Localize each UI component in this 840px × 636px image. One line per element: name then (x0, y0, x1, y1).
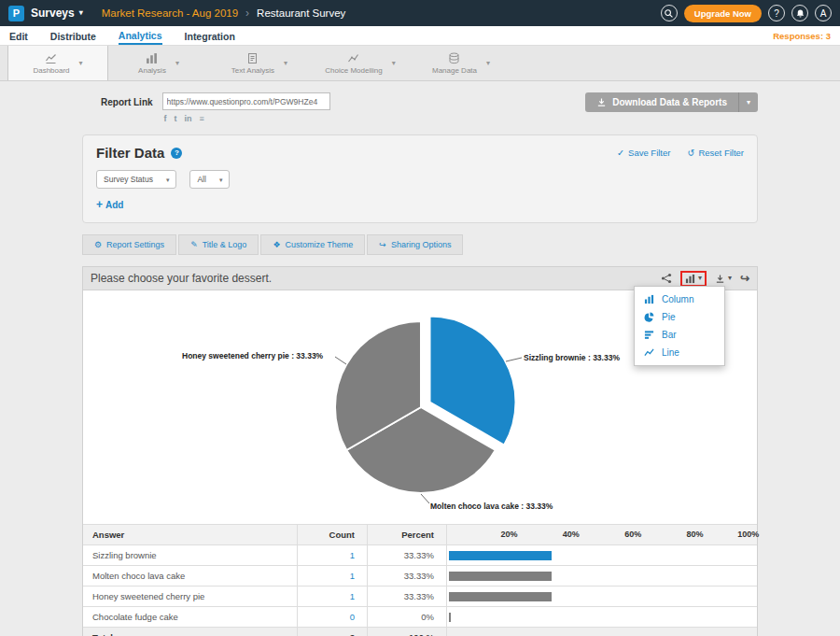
check-icon: ✓ (617, 148, 624, 158)
toolbar-item-choice-modelling[interactable]: Choice Modelling ▾ (310, 46, 411, 80)
tab-report-settings[interactable]: ⚙ Report Settings (82, 234, 176, 255)
total-percent: 100 % (368, 628, 447, 636)
question-chart-panel: Please choose your favorite dessert. ▾ ▾… (82, 266, 758, 636)
menu-item-label: Column (662, 294, 693, 304)
notifications-button[interactable] (791, 5, 808, 21)
chart-download-button[interactable]: ▾ (715, 274, 732, 284)
menu-item-label: Pie (662, 312, 675, 322)
percent-bar (449, 592, 552, 601)
main-nav: Edit Distribute Analytics Integration Re… (0, 26, 840, 46)
reset-icon: ↺ (687, 148, 694, 158)
breadcrumb-folder[interactable]: Market Research - Aug 2019 (102, 7, 238, 19)
chevron-down-icon[interactable]: ▾ (79, 60, 83, 67)
toolbar-item-manage-data[interactable]: Manage Data ▾ (411, 46, 511, 80)
breadcrumb-current-survey: Restaurant Survey (257, 7, 345, 19)
chevron-down-icon[interactable]: ▾ (486, 60, 490, 67)
reset-filter-label: Reset Filter (698, 148, 744, 158)
chevron-down-icon: ▾ (747, 99, 750, 106)
help-icon[interactable]: ? (171, 148, 182, 159)
page: { "colors": { "accent_blue": "#1b87c9", … (0, 0, 840, 636)
percent-cell: 0% (368, 607, 447, 627)
share-icon: ↪ (379, 240, 386, 249)
column-header-percent: Percent (368, 525, 447, 544)
download-icon (596, 97, 607, 107)
report-link-row: Report Link f t in ≡ Download Data & Rep… (82, 92, 758, 123)
tab-title-logo[interactable]: ✎ Title & Logo (178, 234, 259, 255)
linkedin-icon[interactable]: in (185, 114, 192, 123)
avatar[interactable]: A (815, 5, 832, 21)
toolbar-label: Text Analysis (231, 66, 274, 75)
status-value-select[interactable]: All ▾ (189, 170, 230, 189)
upgrade-now-button[interactable]: Upgrade Now (684, 5, 762, 22)
surveys-menu[interactable]: Surveys ▾ (31, 7, 83, 20)
chart-type-button[interactable]: ▾ (685, 274, 702, 284)
filter-title: Filter Data (96, 145, 164, 161)
add-filter-button[interactable]: + Add (96, 198, 123, 211)
toolbar-item-text-analysis[interactable]: Text Analysis ▾ (209, 46, 310, 80)
pencil-icon: ✎ (190, 240, 198, 249)
nav-item-distribute[interactable]: Distribute (50, 27, 96, 44)
percent-bar (449, 551, 552, 560)
annotation-highlight-box: ▾ (680, 271, 707, 287)
text-analysis-icon (246, 52, 259, 64)
toolbar-label: Manage Data (432, 66, 477, 75)
questionpro-logo[interactable]: P (8, 6, 24, 21)
tab-sharing-options[interactable]: ↪ Sharing Options (367, 234, 463, 255)
analytics-toolbar: Dashboard ▾ Analysis ▾ Text Analysis ▾ C… (0, 46, 840, 81)
list-icon[interactable]: ≡ (200, 114, 204, 123)
toolbar-label: Analysis (138, 66, 166, 75)
chevron-down-icon[interactable]: ▾ (284, 60, 287, 67)
chart-type-menu: Column Pie Bar Line (634, 286, 725, 366)
percent-bar (449, 613, 451, 622)
filter-data-panel: Filter Data ? ✓ Save Filter ↺ Reset Filt… (82, 134, 758, 223)
theme-icon: ❖ (273, 240, 280, 249)
menu-item-line[interactable]: Line (635, 344, 724, 361)
chevron-down-icon: ▾ (166, 177, 170, 183)
table-header-row: Answer Count Percent 20% 40% 60% 80% 100… (83, 525, 757, 545)
scale-tick: 60% (624, 530, 641, 539)
tab-customize-theme[interactable]: ❖ Customize Theme (260, 234, 365, 255)
count-cell[interactable]: 1 (298, 587, 368, 606)
help-button[interactable]: ? (768, 5, 785, 21)
top-bar: P Surveys ▾ Market Research - Aug 2019 ›… (0, 0, 840, 26)
total-count: 3 (298, 628, 368, 636)
percent-bar (449, 572, 552, 581)
facebook-icon[interactable]: f (164, 114, 167, 123)
line-chart-icon (644, 347, 654, 358)
nav-item-edit[interactable]: Edit (9, 27, 28, 44)
chart-share-button[interactable]: ↪ (740, 272, 749, 285)
count-cell[interactable]: 1 (298, 566, 368, 586)
report-link-input[interactable] (162, 92, 330, 110)
menu-item-pie[interactable]: Pie (635, 308, 724, 326)
twitter-icon[interactable]: t (175, 114, 177, 123)
percent-cell: 33.33% (368, 545, 447, 565)
search-icon (664, 8, 674, 19)
chevron-down-icon[interactable]: ▾ (392, 60, 396, 67)
count-cell[interactable]: 0 (298, 607, 368, 627)
nav-item-analytics[interactable]: Analytics (119, 26, 162, 45)
nav-item-integration[interactable]: Integration (185, 27, 235, 44)
toolbar-item-dashboard[interactable]: Dashboard ▾ (7, 46, 108, 80)
download-data-reports-button[interactable]: Download Data & Reports (585, 92, 738, 112)
chevron-down-icon[interactable]: ▾ (175, 60, 179, 67)
dashboard-icon (45, 52, 57, 64)
survey-status-select[interactable]: Survey Status ▾ (96, 170, 176, 189)
tab-label: Title & Logo (203, 240, 247, 249)
search-button[interactable] (661, 5, 678, 21)
column-header-answer: Answer (83, 525, 298, 544)
menu-item-bar[interactable]: Bar (635, 326, 724, 344)
reset-filter-button[interactable]: ↺ Reset Filter (687, 148, 744, 158)
answer-cell: Sizzling brownie (83, 545, 298, 565)
chevron-down-icon: ▾ (219, 177, 223, 183)
save-filter-label: Save Filter (628, 148, 670, 158)
dashboard-content: Report Link f t in ≡ Download Data & Rep… (82, 92, 758, 636)
share-settings-icon[interactable] (661, 273, 672, 284)
menu-item-column[interactable]: Column (635, 290, 724, 308)
responses-count[interactable]: Responses: 3 (773, 31, 831, 41)
report-tabs: ⚙ Report Settings ✎ Title & Logo ❖ Custo… (82, 234, 758, 255)
download-menu-caret[interactable]: ▾ (738, 92, 758, 112)
table-row: Honey sweetened cherry pie 1 33.33% (83, 587, 757, 607)
toolbar-item-analysis[interactable]: Analysis ▾ (108, 46, 209, 80)
save-filter-button[interactable]: ✓ Save Filter (617, 148, 670, 158)
count-cell[interactable]: 1 (298, 545, 368, 565)
